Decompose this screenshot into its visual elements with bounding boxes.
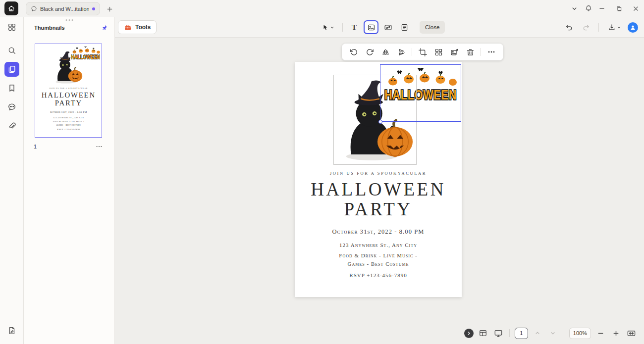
invitation-page-content: HALLOWEEN HALLOWEEN JOIN US FOR A SPOOKY… [295,62,462,297]
invite-eyebrow: JOIN US FOR A SPOOKYACULAR [35,88,102,90]
home-button[interactable] [4,1,18,15]
zoom-level[interactable]: 100% [569,328,591,339]
text-tool-glyph: T [352,23,357,32]
svg-text:HALLOWEEN: HALLOWEEN [71,54,100,60]
maximize-button[interactable] [610,0,627,17]
form-tool-button[interactable] [397,20,411,34]
more-options-button[interactable] [484,46,499,58]
account-avatar[interactable] [628,22,638,33]
sidebar-item-bookmarks[interactable] [4,81,19,96]
rotate-left-button[interactable] [346,46,361,58]
sidebar-item-comments[interactable] [4,99,19,114]
sidebar-item-attachments[interactable] [4,118,19,133]
thumbnails-panel-header: Thumbnails [34,23,108,32]
sidebar-item-apps[interactable] [4,20,19,35]
invite-title-line2: PARTY [295,199,462,219]
rotate-right-button[interactable] [362,46,377,58]
link-tool-button[interactable] [381,20,395,34]
page-number-input[interactable] [515,328,528,339]
plus-icon [107,6,113,12]
close-edit-button[interactable]: Close [420,21,445,34]
window-controls [593,0,644,17]
tools-button[interactable]: Tools [118,20,157,34]
invite-rsvp: RSVP +123-456-7890 [35,128,102,131]
divider [509,329,510,337]
pin-panel-button[interactable] [101,24,108,31]
toolbox-icon [124,24,132,31]
close-window-button[interactable] [627,0,644,17]
link-icon [384,23,392,32]
crop-icon [419,48,427,56]
zoom-in-button[interactable] [610,327,622,339]
home-icon [7,4,15,12]
divider [481,48,481,56]
search-icon [7,46,16,55]
save-button[interactable] [604,20,624,34]
new-tab-button[interactable] [104,3,115,14]
sidebar-item-sign[interactable] [4,323,19,338]
sticker-selection-box [380,64,461,122]
flip-horizontal-icon [381,48,390,56]
thumbnail-more-button[interactable] [96,143,103,150]
selection-handle[interactable] [378,120,382,124]
sidebar-icon-strip [0,17,24,344]
document-tab-icon [31,5,37,12]
notifications-button[interactable] [585,4,592,12]
redo-button[interactable] [579,20,593,34]
flip-vertical-button[interactable] [394,46,409,58]
statusbar-collapse-button[interactable] [464,329,474,338]
flip-vertical-icon [397,48,406,56]
divider [564,329,564,337]
pdf-editor-app: Black and W...itation (1) [0,0,644,344]
document-tab-title: Black and W...itation (1) [40,6,89,12]
tools-button-label: Tools [135,24,151,31]
halloween-sticker-image: HALLOWEEN HALLOWEEN [70,47,101,62]
invite-datetime: October 31st, 2022 - 8.00 PM [295,228,462,236]
chevron-down-icon [571,5,578,12]
close-edit-label: Close [425,24,439,30]
previous-page-button[interactable] [532,327,543,339]
redo-icon [582,23,590,32]
presentation-button[interactable] [492,327,504,339]
divider [598,23,599,32]
sidebar-item-search[interactable] [4,43,19,58]
grid-view-button[interactable] [477,327,489,339]
document-tab[interactable]: Black and W...itation (1) [26,2,100,15]
titlebar-right-group [571,0,592,17]
divider [342,23,343,32]
titlebar: Black and W...itation (1) [0,0,644,17]
minimize-button[interactable] [593,0,610,17]
invite-title-line1: HALLOWEEN [35,91,102,99]
flip-horizontal-button[interactable] [378,46,393,58]
trash-icon [466,48,475,56]
paperclip-icon [7,121,16,130]
fit-width-button[interactable] [625,327,637,339]
image-icon [367,23,376,32]
arrange-button[interactable] [431,46,446,58]
unsaved-indicator [92,7,95,10]
thumbnail-footer: 1 [34,143,103,150]
invite-rsvp: RSVP +123-456-7890 [295,272,462,278]
document-canvas: HALLOWEEN HALLOWEEN JOIN US FOR A SPOOKY… [115,38,644,344]
select-tool-button[interactable] [318,20,338,34]
text-tool-button[interactable]: T [347,20,361,34]
divider [412,48,412,56]
fit-width-icon [627,329,636,338]
sign-document-icon [7,326,16,335]
bookmark-icon [7,84,16,93]
save-icon [608,23,616,31]
zoom-out-button[interactable] [594,327,606,339]
next-page-button[interactable] [547,327,559,339]
thumbnail-invitation-preview: HALLOWEEN HALLOWEEN JOIN US FOR A SPOOKY… [35,44,102,138]
delete-image-button[interactable] [463,46,478,58]
crop-button[interactable] [415,46,430,58]
grid-view-icon [479,329,487,338]
replace-image-button[interactable] [447,46,462,58]
page-thumbnail-1[interactable]: HALLOWEEN HALLOWEEN JOIN US FOR A SPOOKY… [35,44,102,138]
panel-resize-handle[interactable] [65,19,73,21]
image-tool-button[interactable] [364,20,378,34]
titlebar-menu-button[interactable] [571,5,578,12]
undo-button[interactable] [562,20,576,34]
rotate-left-icon [350,48,358,56]
sidebar-item-thumbnails[interactable] [4,62,19,77]
